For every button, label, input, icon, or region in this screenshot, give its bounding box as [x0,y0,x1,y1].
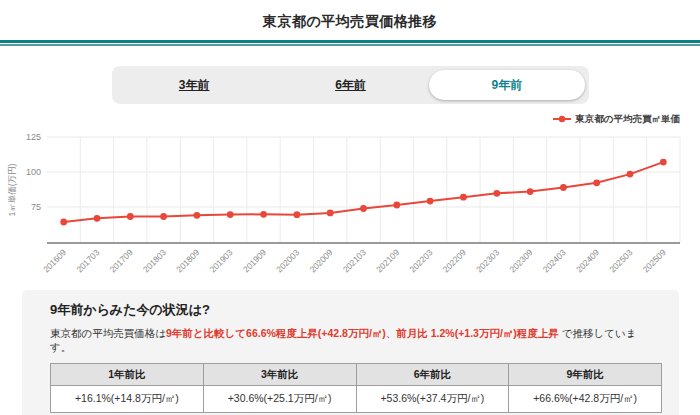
header-1y: 1年前比 [51,364,204,386]
data-point[interactable] [627,171,634,178]
data-point[interactable] [493,190,500,197]
data-point[interactable] [427,198,434,205]
data-point[interactable] [327,210,334,217]
data-point[interactable] [660,159,667,166]
data-point[interactable] [294,211,301,218]
x-tick-label: 201709 [108,247,135,274]
legend-line-dot-icon [553,114,571,124]
x-tick-label: 202309 [507,247,534,274]
data-point[interactable] [393,202,400,209]
header-9y: 9年前比 [509,364,662,386]
divider-line-bottom [0,44,700,46]
x-tick-label: 202409 [574,247,601,274]
x-tick-label: 202209 [441,247,468,274]
value-1y: +16.1%(+14.8万円/㎡) [51,386,204,413]
data-point[interactable] [593,179,600,186]
data-point[interactable] [60,219,67,226]
value-9y: +66.6%(+42.8万円/㎡) [509,386,662,413]
data-point[interactable] [160,213,167,220]
data-point[interactable] [260,211,267,218]
value-6y: +53.6%(+37.4万円/㎡) [356,386,509,413]
data-point[interactable] [560,184,567,191]
table-value-row: +16.1%(+14.8万円/㎡) +30.6%(+25.1万円/㎡) +53.… [51,386,662,413]
chart-legend: 東京都の平均売買㎡単価 [553,111,680,127]
x-tick-label: 201809 [174,247,201,274]
x-tick-label: 201609 [41,247,68,274]
data-point[interactable] [94,215,101,222]
tab-9-years-label: 9年前 [491,77,522,94]
x-tick-label: 201803 [141,247,168,274]
table-header-row: 1年前比 3年前比 6年前比 9年前比 [51,364,662,386]
x-tick-label: 201703 [74,247,101,274]
header-divider [0,40,700,46]
header-3y: 3年前比 [203,364,356,386]
statement-separator: 、 [386,327,397,339]
y-tick-label: 75 [31,202,41,212]
x-tick-label: 201909 [241,247,268,274]
tab-9-years-ago[interactable]: 9年前 [429,70,585,100]
x-tick-label: 202103 [341,247,368,274]
data-point[interactable] [127,213,134,220]
y-tick-label: 125 [26,132,41,142]
price-trend-chart: 751001251㎡単価(万円)201609201703201709201803… [0,128,700,288]
series-line [64,162,664,222]
x-tick-label: 202009 [307,247,334,274]
header-6y: 6年前比 [356,364,509,386]
summary-heading: 9年前からみた今の状況は? [50,301,651,319]
legend-label: 東京都の平均売買㎡単価 [575,113,680,126]
tab-6-years-ago[interactable]: 6年前 [272,70,428,100]
tab-3-years-label: 3年前 [179,77,210,94]
tab-6-years-label: 6年前 [335,77,366,94]
x-tick-label: 202303 [474,247,501,274]
x-tick-label: 202509 [641,247,668,274]
summary-statement: 東京都の平均売買価格は9年前と比較して66.6%程度上昇(+42.8万円/㎡)、… [50,326,651,354]
x-tick-label: 201903 [207,247,234,274]
data-point[interactable] [360,205,367,212]
x-tick-label: 202109 [374,247,401,274]
x-tick-label: 202403 [541,247,568,274]
data-point[interactable] [527,188,534,195]
y-tick-label: 100 [26,167,41,177]
comparison-table: 1年前比 3年前比 6年前比 9年前比 +16.1%(+14.8万円/㎡) +3… [50,363,662,413]
page: 東京都の平均売買価格推移 3年前 6年前 9年前 東京都の平均売買㎡単価 751… [0,0,700,415]
value-3y: +30.6%(+25.1万円/㎡) [203,386,356,413]
page-title: 東京都の平均売買価格推移 [0,0,700,31]
x-tick-label: 202003 [274,247,301,274]
y-axis-title: 1㎡単価(万円) [7,163,17,216]
data-point[interactable] [460,194,467,201]
header: 東京都の平均売買価格推移 [0,0,700,31]
statement-highlight-month: 前月比 1.2%(+1.3万円/㎡)程度上昇 [396,327,559,339]
period-tab-bar: 3年前 6年前 9年前 [112,66,589,104]
summary-section: 9年前からみた今の状況は? 東京都の平均売買価格は9年前と比較して66.6%程度… [22,290,679,415]
statement-highlight-9y: 9年前と比較して66.6%程度上昇(+42.8万円/㎡) [166,327,386,339]
data-point[interactable] [194,212,201,219]
tab-3-years-ago[interactable]: 3年前 [116,70,272,100]
x-tick-label: 202203 [407,247,434,274]
x-tick-label: 202503 [607,247,634,274]
data-point[interactable] [227,211,234,218]
statement-prefix: 東京都の平均売買価格は [50,327,166,339]
